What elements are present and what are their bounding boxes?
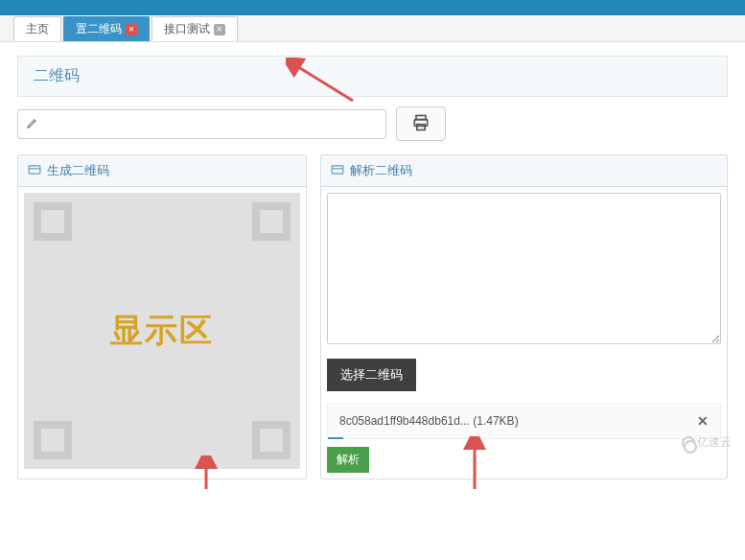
- remove-file-icon[interactable]: ✕: [697, 413, 709, 429]
- svg-line-7: [295, 65, 353, 101]
- uploaded-file-row: 8c058ad1ff9b448db61d... (1.47KB) ✕: [327, 403, 721, 439]
- tab-label: 接口测试: [164, 21, 210, 37]
- card-icon: [331, 164, 344, 178]
- qr-text-input-wrap[interactable]: [17, 109, 386, 139]
- tab-label: 主页: [26, 21, 49, 37]
- tab-qrcode[interactable]: 置二维码 ×: [63, 16, 150, 41]
- close-icon[interactable]: ×: [126, 24, 137, 35]
- pencil-icon: [26, 116, 39, 132]
- watermark-text: 亿速云: [697, 434, 732, 451]
- print-button[interactable]: [396, 106, 446, 141]
- file-info: 8c058ad1ff9b448db61d... (1.47KB): [339, 414, 519, 428]
- qr-corner-icon: [252, 202, 291, 241]
- qr-corner-icon: [34, 421, 72, 459]
- parse-button[interactable]: 解析: [327, 447, 369, 473]
- qr-corner-icon: [252, 421, 291, 459]
- watermark: 亿速云: [682, 434, 732, 451]
- tab-bar: 主页 置二维码 × 接口测试 ×: [0, 15, 745, 42]
- panel-header: 生成二维码: [18, 155, 306, 187]
- select-qr-button[interactable]: 选择二维码: [327, 359, 416, 391]
- generate-qr-panel: 生成二维码 显示区: [17, 154, 307, 479]
- svg-rect-5: [332, 165, 343, 173]
- tab-apitest[interactable]: 接口测试 ×: [151, 16, 238, 41]
- display-placeholder: 显示区: [110, 309, 214, 353]
- page-title: 二维码: [17, 56, 728, 97]
- qr-corner-icon: [34, 202, 72, 241]
- annotation-arrow-icon: [286, 58, 362, 105]
- svg-rect-3: [29, 165, 40, 173]
- panel-header: 解析二维码: [321, 155, 727, 187]
- file-name: 8c058ad1ff9b448db61d...: [339, 414, 470, 428]
- parse-result-textarea[interactable]: [327, 193, 721, 344]
- close-icon[interactable]: ×: [214, 24, 225, 35]
- annotation-arrow-icon: [455, 436, 494, 489]
- card-icon: [28, 164, 41, 178]
- tab-label: 置二维码: [76, 21, 122, 37]
- parse-qr-panel: 解析二维码 选择二维码 8c058ad1ff9b448db61d... (1.4…: [320, 154, 728, 479]
- printer-icon: [411, 113, 431, 135]
- top-bar: [0, 0, 745, 15]
- annotation-arrow-icon: [187, 455, 225, 489]
- panel-title: 解析二维码: [350, 162, 412, 179]
- tab-home[interactable]: 主页: [13, 16, 61, 41]
- qr-display-area: 显示区: [24, 193, 300, 469]
- panel-title: 生成二维码: [47, 162, 109, 179]
- watermark-icon: [682, 436, 695, 450]
- qr-text-input[interactable]: [45, 117, 378, 131]
- file-size: (1.47KB): [473, 414, 518, 428]
- toolbar: [17, 106, 728, 141]
